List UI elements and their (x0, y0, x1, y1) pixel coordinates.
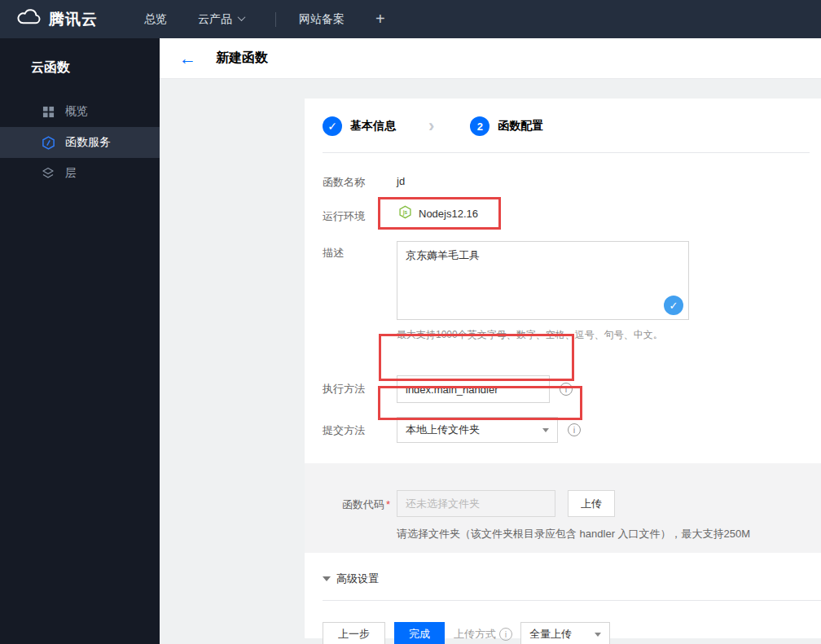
brand-name: 腾讯云 (49, 9, 98, 30)
top-navbar: 腾讯云 总览 云产品 网站备案 + (0, 0, 821, 38)
info-icon[interactable]: i (560, 383, 573, 396)
runtime-value: js Nodejs12.16 (397, 205, 478, 221)
handler-label: 执行方法 (323, 374, 397, 396)
nav-item-icp[interactable]: 网站备案 (299, 12, 345, 27)
nav-item-products[interactable]: 云产品 (198, 12, 244, 27)
steps-divider (323, 152, 810, 153)
sidebar-item-layers[interactable]: 层 (0, 158, 160, 189)
sidebar-item-label: 层 (65, 166, 77, 181)
caret-down-icon (595, 633, 601, 637)
sidebar-title: 云函数 (0, 38, 160, 96)
runtime-row: 运行环境 js Nodejs12.16 (323, 205, 810, 224)
runtime-label: 运行环境 (323, 205, 397, 224)
upload-button[interactable]: 上传 (568, 490, 615, 517)
previous-step-button[interactable]: 上一步 (323, 622, 385, 644)
plus-icon: + (375, 10, 385, 28)
nav-item-overview[interactable]: 总览 (144, 12, 167, 27)
svg-text:js: js (402, 209, 408, 216)
function-name-label: 函数名称 (323, 175, 397, 190)
required-asterisk: * (386, 498, 390, 510)
description-textarea[interactable]: 京东薅羊毛工具 (397, 241, 689, 320)
page-header: ← 新建函数 (160, 38, 821, 79)
chevron-down-icon (238, 13, 246, 21)
step-arrow-icon: › (428, 117, 434, 135)
create-function-card: ✓ 基本信息 › 2 函数配置 函数名称 jd 运行环境 js Nodejs12… (305, 99, 821, 638)
function-code-hint: 请选择文件夹（该文件夹根目录应包含 handler 入口文件），最大支持250M (397, 527, 821, 541)
page-title: 新建函数 (216, 50, 268, 67)
valid-check-icon: ✓ (664, 296, 683, 315)
triangle-down-icon (323, 576, 331, 581)
handler-row: 执行方法 i (323, 374, 810, 403)
sidebar-item-label: 函数服务 (65, 135, 111, 150)
layers-icon (41, 166, 55, 181)
description-label: 描述 (323, 241, 397, 261)
submit-method-select[interactable]: 本地上传文件夹 (397, 417, 558, 443)
upload-mode-label-group: 上传方式 i (454, 627, 512, 642)
advanced-settings-toggle[interactable]: 高级设置 (323, 572, 810, 586)
step2-number: 2 (470, 116, 490, 136)
grid-overview-icon (41, 104, 55, 119)
folder-path-input[interactable] (397, 490, 555, 517)
function-code-label: 函数代码* (342, 490, 397, 512)
handler-input[interactable] (397, 375, 550, 403)
advanced-divider (323, 600, 821, 601)
step2-label: 函数配置 (498, 119, 543, 134)
step1-done-icon: ✓ (323, 116, 342, 136)
caret-down-icon (542, 428, 549, 432)
step1-label: 基本信息 (350, 119, 396, 134)
sidebar-item-overview[interactable]: 概览 (0, 96, 160, 127)
upload-mode-select[interactable]: 全量上传 (520, 622, 610, 644)
submit-method-label: 提交方法 (323, 417, 397, 438)
submit-method-row: 提交方法 本地上传文件夹 i (323, 417, 810, 443)
description-row: 描述 京东薅羊毛工具 ✓ (323, 241, 810, 320)
actions-bar: 上一步 完成 上传方式 i 全量上传 (323, 622, 810, 644)
function-name-value: jd (397, 175, 405, 187)
info-icon[interactable]: i (568, 423, 581, 436)
brand[interactable]: 腾讯云 (0, 9, 144, 30)
steps-indicator: ✓ 基本信息 › 2 函数配置 (323, 115, 810, 136)
tencent-cloud-logo-icon (15, 9, 42, 30)
info-icon[interactable]: i (499, 628, 512, 641)
nav-divider (275, 12, 276, 27)
sidebar: 云函数 概览 函数服务 层 (0, 38, 160, 644)
sidebar-item-function-service[interactable]: 函数服务 (0, 127, 160, 158)
function-hexagon-icon (41, 135, 55, 150)
function-code-section: 函数代码* 上传 请选择文件夹（该文件夹根目录应包含 handler 入口文件）… (305, 463, 821, 553)
function-name-row: 函数名称 jd (323, 175, 810, 190)
runtime-name: Nodejs12.16 (419, 208, 478, 220)
nodejs-icon: js (398, 205, 412, 221)
description-hint: 最大支持1000个英文字母、数字、空格、逗号、句号、中文。 (397, 328, 810, 342)
back-arrow-icon[interactable]: ← (179, 50, 196, 67)
sidebar-item-label: 概览 (65, 104, 88, 119)
add-tab-button[interactable]: + (375, 10, 385, 28)
finish-button[interactable]: 完成 (394, 622, 445, 644)
